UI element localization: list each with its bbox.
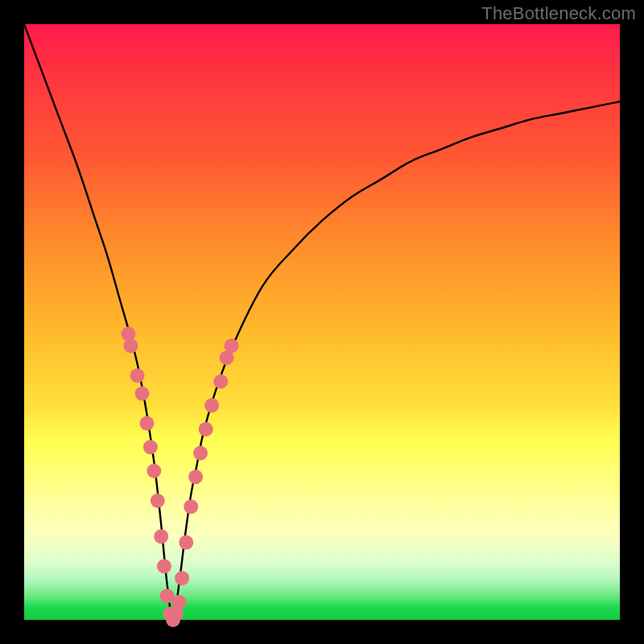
curve-marker [122,327,136,341]
curve-marker [213,374,228,389]
curve-marker [204,398,219,413]
curve-marker [225,339,239,353]
watermark-text: TheBottleneck.com [481,3,636,24]
chart-container: TheBottleneck.com [0,0,644,644]
curve-layer [24,24,620,620]
curve-marker [199,422,213,436]
curve-marker [175,571,189,585]
curve-marker [147,464,161,478]
curve-marker [193,446,208,460]
curve-marker [157,559,171,573]
curve-markers-group [122,327,239,627]
curve-marker [151,493,165,508]
curve-marker [184,499,198,514]
curve-marker [179,535,193,550]
curve-marker [188,469,203,484]
curve-marker [135,386,150,401]
curve-marker [123,339,138,353]
plot-area [24,24,620,620]
bottleneck-curve [24,24,620,620]
curve-marker [154,529,168,543]
curve-marker [143,440,158,454]
curve-marker [139,416,154,431]
curve-marker [130,369,145,383]
curve-marker [171,595,186,609]
